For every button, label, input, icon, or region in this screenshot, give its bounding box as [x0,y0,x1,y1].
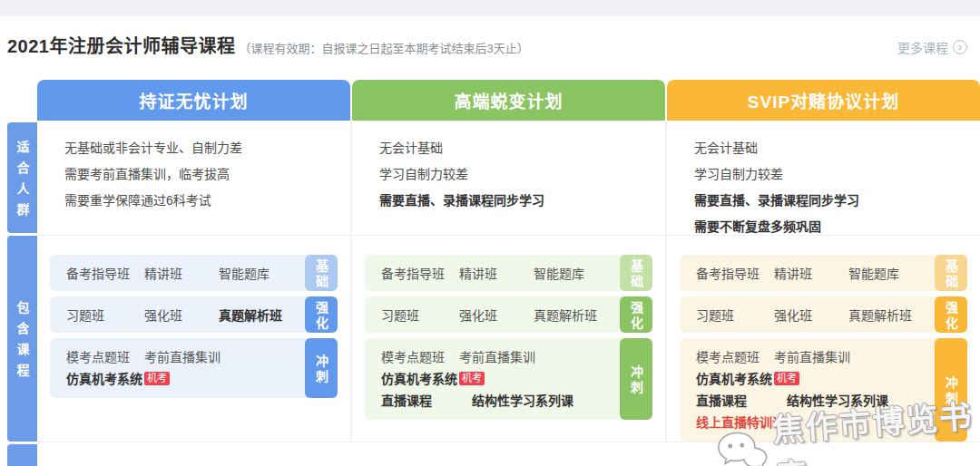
plan-comparison-table: 持证无忧计划 无基础或非会计专业、自制力差 需要考前直播集训，临考拔高 需要重学… [37,80,980,442]
course-line: 仿真机考系统机考 [66,368,170,390]
course-card-sprint: 模考点题班 考前直播集训 仿真机考系统机考 直播课程 结构性学习系列课 线上直播… [680,338,967,442]
courses-section: 备考指导班 精讲班 智能题库 基础 习题班 强化班 真题解析班 强化 模考点题班… [667,236,980,442]
course-item: 精讲班 [774,264,848,282]
course-item: 智能题库 [848,264,899,282]
top-strip [0,0,980,16]
course-item: 习题班 [696,306,774,324]
course-item: 精讲班 [459,264,534,282]
sidebar-section-audience: 适合人群 [7,122,37,233]
exam-mode-badge: 机考 [459,372,485,385]
audience-line: 学习自制力较差 [694,161,971,188]
course-line: 直播课程 结构性学习系列课 [696,390,888,412]
plan-header[interactable]: 高端蜕变计划 [352,80,665,121]
plan-title: SVIP对赌协议计划 [748,88,899,112]
course-item: 强化班 [144,306,219,324]
course-card-sprint: 模考点题班 考前直播集训 仿真机考系统机考 冲刺 [50,338,338,398]
more-courses-link[interactable]: 更多课程 › [897,38,967,56]
course-item: 模考点题班 [696,350,760,364]
course-item: 智能题库 [219,264,270,282]
sidebar-section-courses: 包含课程 [7,236,37,442]
chevron-right-circle-icon: › [953,40,967,54]
course-item: 直播课程 [696,393,747,408]
course-card-intensive: 习题班 强化班 真题解析班 强化 [50,296,338,333]
course-line: 模考点题班 考前直播集训 [696,346,850,368]
stage-tag-intensive: 强化 [305,296,338,333]
course-item: 模考点题班 [381,350,445,364]
page-title: 2021年注册会计师辅导课程 [7,32,236,58]
course-item: 强化班 [774,306,848,324]
audience-line: 需要直播、录播课程同步学习 [694,188,971,214]
course-line: 仿真机考系统机考 [696,368,799,390]
stage-tag-sprint: 冲刺 [305,338,338,398]
course-card-basic: 备考指导班 精讲班 智能题库 基础 [680,255,967,291]
stage-tag-intensive: 强化 [620,296,652,333]
plan-title: 高端蜕变计划 [454,88,563,112]
course-line: 模考点题班 考前直播集训 [66,346,220,368]
course-item: 习题班 [381,306,459,324]
course-line: 模考点题班 考前直播集训 [381,346,535,368]
course-item: 考前直播集训 [144,350,220,364]
course-item: 备考指导班 [696,264,774,282]
course-item: 真题解析班 [848,306,912,324]
course-item: 仿真机考系统 [66,372,142,386]
audience-line: 无会计基础 [379,135,656,161]
course-item: 备考指导班 [381,264,459,282]
audience-section: 无会计基础 学习自制力较差 需要直播、录播课程同步学习 需要不断复盘多频巩固 [667,121,980,236]
audience-line: 无基础或非会计专业、自制力差 [64,135,341,161]
course-line-highlight: 线上直播特训课 [696,412,785,433]
course-line: 直播课程 结构性学习系列课 [381,390,573,412]
page-subtitle: （课程有效期：自报课之日起至本期考试结束后3天止） [240,39,529,56]
audience-line: 学习自制力较差 [379,161,656,188]
audience-line: 需要考前直播集训，临考拔高 [64,161,341,188]
course-item: 仿真机考系统 [696,372,772,386]
audience-section: 无会计基础 学习自制力较差 需要直播、录播课程同步学习 [352,121,665,236]
course-item: 结构性学习系列课 [787,393,888,408]
plan-column-gaoduan: 高端蜕变计划 无会计基础 学习自制力较差 需要直播、录播课程同步学习 备考指导班… [352,80,665,442]
course-line: 仿真机考系统机考 [381,368,485,390]
plan-title: 持证无忧计划 [139,88,248,112]
courses-section: 备考指导班 精讲班 智能题库 基础 习题班 强化班 真题解析班 强化 模考点题班… [352,236,665,442]
exam-mode-badge: 机考 [774,372,799,385]
stage-tag-intensive: 强化 [935,296,967,333]
course-card-sprint: 模考点题班 考前直播集训 仿真机考系统机考 直播课程 结构性学习系列课 冲刺 [365,338,652,420]
course-card-intensive: 习题班 强化班 真题解析班 强化 [680,296,967,333]
course-item: 考前直播集训 [774,350,850,364]
audience-section: 无基础或非会计专业、自制力差 需要考前直播集训，临考拔高 需要重学保障通过6科考… [37,121,350,236]
sidebar-section-next [7,444,37,466]
course-item: 结构性学习系列课 [472,393,573,408]
course-item: 强化班 [459,306,534,324]
plan-column-chizheng: 持证无忧计划 无基础或非会计专业、自制力差 需要考前直播集训，临考拔高 需要重学… [37,80,350,442]
stage-tag-sprint: 冲刺 [935,338,967,442]
page-header: 2021年注册会计师辅导课程 （课程有效期：自报课之日起至本期考试结束后3天止）… [0,16,980,58]
course-item: 真题解析班 [219,306,282,324]
courses-section: 备考指导班 精讲班 智能题库 基础 习题班 强化班 真题解析班 强化 模考点题班… [37,236,350,442]
stage-tag-basic: 基础 [935,255,967,291]
course-item: 模考点题班 [66,350,130,364]
course-item: 智能题库 [534,264,584,282]
course-item: 考前直播集训 [459,350,535,364]
course-card-basic: 备考指导班 精讲班 智能题库 基础 [50,255,338,291]
course-item: 真题解析班 [534,306,597,324]
sidebar-label-courses: 包含课程 [14,293,32,384]
course-card-intensive: 习题班 强化班 真题解析班 强化 [365,296,652,333]
course-item: 备考指导班 [66,264,144,282]
plan-header[interactable]: SVIP对赌协议计划 [667,80,980,121]
course-item: 仿真机考系统 [381,372,457,386]
stage-tag-basic: 基础 [305,255,338,291]
stage-tag-basic: 基础 [620,255,652,291]
row-label-sidebar: 适合人群 包含课程 [7,122,37,466]
plan-header[interactable]: 持证无忧计划 [37,80,350,121]
exam-mode-badge: 机考 [144,372,170,385]
stage-tag-sprint: 冲刺 [620,338,652,420]
audience-line: 无会计基础 [694,135,971,161]
sidebar-label-audience: 适合人群 [14,132,32,224]
course-card-basic: 备考指导班 精讲班 智能题库 基础 [365,255,652,291]
plan-column-svip: SVIP对赌协议计划 无会计基础 学习自制力较差 需要直播、录播课程同步学习 需… [667,80,980,442]
audience-line: 需要重学保障通过6科考试 [64,188,341,214]
course-item: 习题班 [66,306,144,324]
more-courses-label: 更多课程 [897,38,948,56]
audience-line: 需要直播、录播课程同步学习 [379,188,656,214]
course-item: 直播课程 [381,393,432,408]
course-item: 精讲班 [144,264,219,282]
